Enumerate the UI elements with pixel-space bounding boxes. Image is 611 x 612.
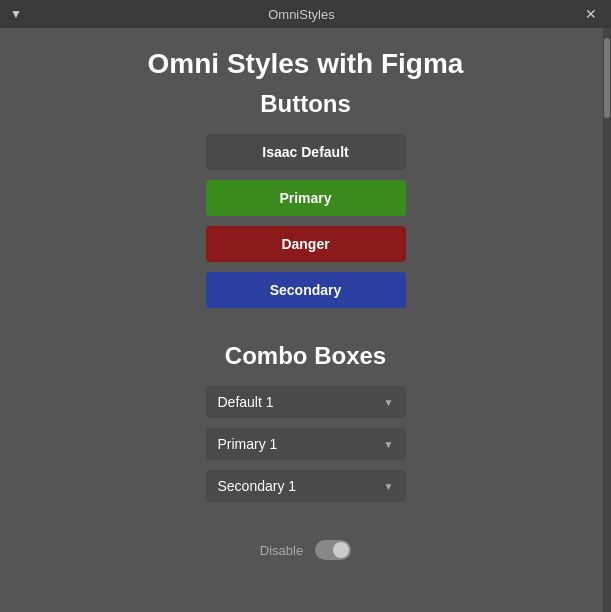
title-bar-title: OmniStyles [22,7,581,22]
toggle-knob [333,542,349,558]
disable-section: Disable [260,540,351,560]
main-content: Omni Styles with Figma Buttons Isaac Def… [0,28,611,612]
combo-secondary-arrow: ▼ [384,481,394,492]
combo-primary[interactable]: Primary 1 ▼ [206,428,406,460]
close-icon[interactable]: ✕ [581,6,601,22]
danger-button[interactable]: Danger [206,226,406,262]
combo-secondary[interactable]: Secondary 1 ▼ [206,470,406,502]
scrollbar[interactable] [603,28,611,612]
scrollbar-thumb [604,38,610,118]
disable-toggle[interactable] [315,540,351,560]
combo-default-label: Default 1 [218,394,274,410]
combo-primary-arrow: ▼ [384,439,394,450]
buttons-section: Buttons Isaac Default Primary Danger Sec… [0,90,611,318]
title-bar: ▼ OmniStyles ✕ [0,0,611,28]
combo-section: Combo Boxes Default 1 ▼ Primary 1 ▼ Seco… [0,342,611,512]
combo-default[interactable]: Default 1 ▼ [206,386,406,418]
combo-secondary-label: Secondary 1 [218,478,297,494]
combo-default-arrow: ▼ [384,397,394,408]
combo-section-title: Combo Boxes [225,342,386,370]
title-bar-left: ▼ [10,7,22,21]
dropdown-icon[interactable]: ▼ [10,7,22,21]
isaac-default-button[interactable]: Isaac Default [206,134,406,170]
secondary-button[interactable]: Secondary [206,272,406,308]
disable-label: Disable [260,543,303,558]
buttons-section-title: Buttons [260,90,351,118]
combo-primary-label: Primary 1 [218,436,278,452]
primary-button[interactable]: Primary [206,180,406,216]
main-title: Omni Styles with Figma [148,48,464,80]
